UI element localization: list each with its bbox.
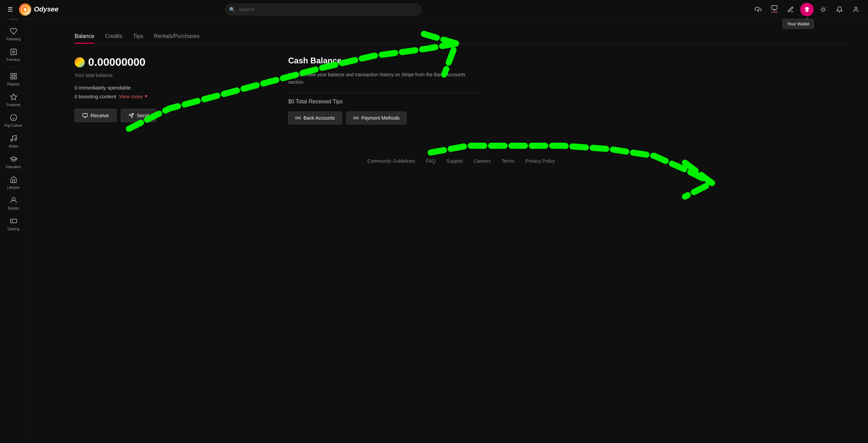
- sidebar-item-spooky[interactable]: Spooky: [0, 193, 27, 214]
- search-bar: 🔍: [225, 4, 422, 15]
- tab-tips[interactable]: Tips: [133, 29, 143, 43]
- send-button[interactable]: Send: [121, 109, 156, 122]
- balance-section: 0.00000000 Your total balance. 0 immedia…: [75, 56, 268, 124]
- cash-total-tips: $0 Total Received Tips: [288, 99, 481, 105]
- chevron-down-icon: ▾: [145, 93, 147, 99]
- view-more-button[interactable]: View more ▾: [119, 93, 148, 99]
- sidebar-item-label: Following: [6, 37, 20, 41]
- footer-privacy-policy[interactable]: Privacy Policy: [525, 158, 555, 164]
- footer-community-guidelines[interactable]: Community Guidelines: [368, 158, 415, 164]
- artists-icon: [10, 135, 17, 143]
- pen-button[interactable]: [784, 3, 797, 16]
- menu-button[interactable]: ☰: [5, 4, 15, 15]
- following-icon: [10, 27, 17, 36]
- sidebar-item-label: Education: [6, 165, 21, 169]
- sidebar-item-artists[interactable]: Artists: [0, 131, 27, 152]
- search-input[interactable]: [225, 4, 422, 15]
- svg-point-12: [855, 7, 857, 9]
- tab-credits[interactable]: Credits: [105, 29, 122, 43]
- balance-subtitle: Your total balance.: [75, 73, 268, 78]
- svg-line-7: [825, 11, 825, 12]
- tab-rentals[interactable]: Rentals/Purchases: [154, 29, 199, 43]
- sidebar-item-label: Pop Culture: [4, 124, 22, 128]
- spendable-stat: 0 immediately spendable: [75, 85, 268, 90]
- pop-culture-icon: [10, 114, 17, 122]
- svg-point-23: [11, 139, 13, 141]
- svg-rect-15: [11, 74, 13, 76]
- svg-line-10: [821, 11, 822, 12]
- wallet-tabs: Balance Credits Tips Rentals/Purchases: [75, 29, 848, 44]
- search-icon: 🔍: [229, 7, 235, 12]
- send-label: Send: [137, 113, 149, 118]
- footer-faq[interactable]: FAQ: [426, 158, 435, 164]
- bank-accounts-label: Bank Accounts: [303, 115, 335, 121]
- sidebar-item-label: Featured: [6, 103, 20, 107]
- playlists-icon: [10, 73, 17, 81]
- svg-point-36: [297, 117, 299, 119]
- payment-methods-button[interactable]: Payment Methods: [346, 112, 407, 124]
- wallet-button[interactable]: [800, 3, 814, 16]
- wallet-actions: Receive Send: [75, 109, 268, 122]
- cash-section: Cash Balance You can view your balance a…: [288, 56, 481, 124]
- boosting-stat: 0 boosting content View more ▾: [75, 93, 268, 99]
- topbar-actions: LIVE Your Wallet: [751, 3, 863, 16]
- gaming-icon: [10, 217, 17, 226]
- user-button[interactable]: [849, 3, 863, 16]
- featured-icon: [10, 93, 17, 102]
- sidebar-item-label: Lifestyle: [7, 186, 20, 190]
- footer: Community Guidelines FAQ Support Careers…: [75, 152, 848, 177]
- topbar: ☰ Odysee 🔍 LIVE: [0, 0, 868, 19]
- theme-button[interactable]: [816, 3, 830, 16]
- sidebar: Home Following Premium Playl: [0, 0, 27, 443]
- payment-methods-label: Payment Methods: [361, 115, 400, 121]
- sidebar-item-label: Premium: [6, 58, 20, 62]
- sidebar-item-label: Artists: [9, 144, 18, 148]
- cash-description: You can view your balance and transactio…: [288, 71, 481, 86]
- sidebar-item-gaming[interactable]: Gaming: [0, 214, 27, 235]
- wallet-btn-wrapper: Your Wallet: [800, 3, 814, 16]
- notifications-button[interactable]: [833, 3, 846, 16]
- balance-value: 0.00000000: [88, 56, 145, 68]
- footer-terms[interactable]: Terms: [501, 158, 514, 164]
- svg-line-6: [821, 7, 822, 7]
- wallet-grid: 0.00000000 Your total balance. 0 immedia…: [75, 56, 481, 124]
- receive-button[interactable]: Receive: [75, 109, 117, 122]
- premium-icon: [10, 48, 17, 57]
- lifestyle-icon: [10, 176, 17, 184]
- footer-support[interactable]: Support: [446, 158, 463, 164]
- sidebar-item-pop-culture[interactable]: Pop Culture: [0, 110, 27, 131]
- balance-stats: 0 immediately spendable 0 boosting conte…: [75, 85, 268, 99]
- tab-balance[interactable]: Balance: [75, 29, 94, 43]
- svg-marker-19: [10, 94, 16, 100]
- sidebar-item-label: Playlists: [7, 82, 20, 86]
- sidebar-item-premium[interactable]: Premium: [0, 45, 27, 65]
- lbc-icon: [75, 57, 85, 67]
- svg-point-37: [355, 117, 357, 119]
- svg-rect-30: [10, 219, 16, 223]
- sidebar-item-following[interactable]: Following: [0, 24, 27, 45]
- cash-divider: [288, 93, 481, 93]
- svg-rect-2: [772, 6, 777, 9]
- logo-text: Odysee: [34, 5, 58, 13]
- svg-point-20: [10, 115, 16, 121]
- sidebar-item-lifestyle[interactable]: Lifestyle: [0, 173, 27, 193]
- live-button[interactable]: LIVE: [768, 3, 781, 16]
- sidebar-item-education[interactable]: Education: [0, 152, 27, 173]
- svg-rect-31: [83, 114, 87, 117]
- sidebar-item-label: Gaming: [7, 227, 19, 231]
- education-icon: [10, 155, 17, 164]
- cash-buttons: Bank Accounts Payment Methods: [288, 112, 481, 124]
- balance-amount: 0.00000000: [75, 56, 268, 68]
- sidebar-item-featured[interactable]: Featured: [0, 90, 27, 110]
- footer-careers[interactable]: Careers: [474, 158, 491, 164]
- upload-button[interactable]: [751, 3, 765, 16]
- spooky-icon: [10, 197, 17, 205]
- cash-title: Cash Balance: [288, 56, 481, 65]
- sidebar-item-playlists[interactable]: Playlists: [0, 69, 27, 90]
- logo[interactable]: Odysee: [19, 3, 58, 16]
- svg-point-3: [822, 8, 825, 11]
- svg-rect-13: [11, 49, 16, 55]
- svg-rect-18: [11, 77, 13, 79]
- bank-accounts-button[interactable]: Bank Accounts: [288, 112, 342, 124]
- sidebar-divider: [5, 67, 21, 67]
